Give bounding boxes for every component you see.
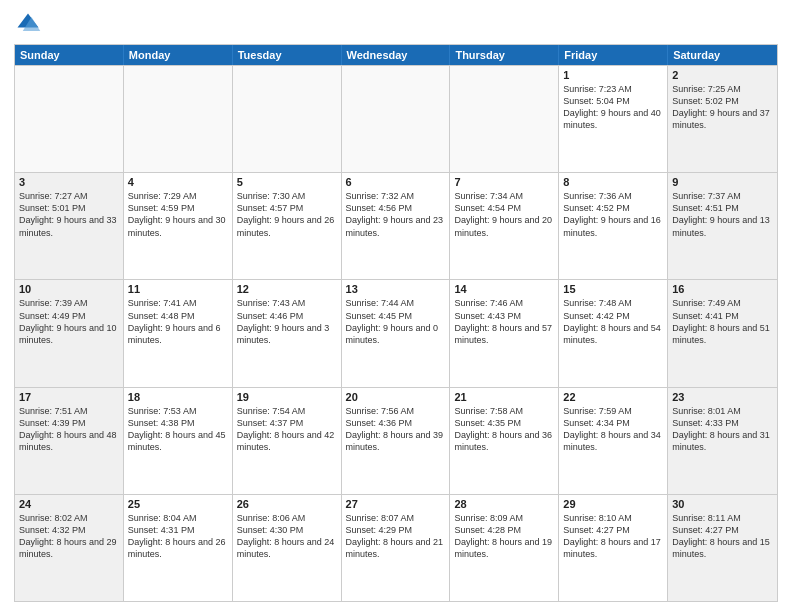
logo <box>14 10 46 38</box>
day-number: 28 <box>454 498 554 510</box>
day-info: Sunrise: 8:06 AM Sunset: 4:30 PM Dayligh… <box>237 512 337 561</box>
day-number: 21 <box>454 391 554 403</box>
empty-cell <box>124 66 233 172</box>
page: SundayMondayTuesdayWednesdayThursdayFrid… <box>0 0 792 612</box>
day-cell-13: 13Sunrise: 7:44 AM Sunset: 4:45 PM Dayli… <box>342 280 451 386</box>
day-cell-18: 18Sunrise: 7:53 AM Sunset: 4:38 PM Dayli… <box>124 388 233 494</box>
week-row-3: 10Sunrise: 7:39 AM Sunset: 4:49 PM Dayli… <box>15 279 777 386</box>
day-info: Sunrise: 7:41 AM Sunset: 4:48 PM Dayligh… <box>128 297 228 346</box>
calendar-body: 1Sunrise: 7:23 AM Sunset: 5:04 PM Daylig… <box>15 65 777 601</box>
day-cell-15: 15Sunrise: 7:48 AM Sunset: 4:42 PM Dayli… <box>559 280 668 386</box>
day-cell-4: 4Sunrise: 7:29 AM Sunset: 4:59 PM Daylig… <box>124 173 233 279</box>
day-number: 4 <box>128 176 228 188</box>
header-day-monday: Monday <box>124 45 233 65</box>
day-cell-12: 12Sunrise: 7:43 AM Sunset: 4:46 PM Dayli… <box>233 280 342 386</box>
day-number: 13 <box>346 283 446 295</box>
day-number: 30 <box>672 498 773 510</box>
day-number: 7 <box>454 176 554 188</box>
day-info: Sunrise: 8:04 AM Sunset: 4:31 PM Dayligh… <box>128 512 228 561</box>
day-number: 3 <box>19 176 119 188</box>
day-number: 27 <box>346 498 446 510</box>
day-cell-9: 9Sunrise: 7:37 AM Sunset: 4:51 PM Daylig… <box>668 173 777 279</box>
day-info: Sunrise: 8:10 AM Sunset: 4:27 PM Dayligh… <box>563 512 663 561</box>
empty-cell <box>15 66 124 172</box>
day-number: 26 <box>237 498 337 510</box>
day-info: Sunrise: 7:37 AM Sunset: 4:51 PM Dayligh… <box>672 190 773 239</box>
day-number: 19 <box>237 391 337 403</box>
day-number: 2 <box>672 69 773 81</box>
day-info: Sunrise: 8:07 AM Sunset: 4:29 PM Dayligh… <box>346 512 446 561</box>
day-number: 9 <box>672 176 773 188</box>
day-info: Sunrise: 7:44 AM Sunset: 4:45 PM Dayligh… <box>346 297 446 346</box>
day-info: Sunrise: 7:25 AM Sunset: 5:02 PM Dayligh… <box>672 83 773 132</box>
day-number: 6 <box>346 176 446 188</box>
day-cell-3: 3Sunrise: 7:27 AM Sunset: 5:01 PM Daylig… <box>15 173 124 279</box>
day-cell-6: 6Sunrise: 7:32 AM Sunset: 4:56 PM Daylig… <box>342 173 451 279</box>
day-cell-10: 10Sunrise: 7:39 AM Sunset: 4:49 PM Dayli… <box>15 280 124 386</box>
day-info: Sunrise: 7:51 AM Sunset: 4:39 PM Dayligh… <box>19 405 119 454</box>
day-cell-22: 22Sunrise: 7:59 AM Sunset: 4:34 PM Dayli… <box>559 388 668 494</box>
day-info: Sunrise: 7:32 AM Sunset: 4:56 PM Dayligh… <box>346 190 446 239</box>
day-info: Sunrise: 7:56 AM Sunset: 4:36 PM Dayligh… <box>346 405 446 454</box>
logo-icon <box>14 10 42 38</box>
day-number: 24 <box>19 498 119 510</box>
day-number: 10 <box>19 283 119 295</box>
header-day-saturday: Saturday <box>668 45 777 65</box>
day-cell-2: 2Sunrise: 7:25 AM Sunset: 5:02 PM Daylig… <box>668 66 777 172</box>
day-info: Sunrise: 8:02 AM Sunset: 4:32 PM Dayligh… <box>19 512 119 561</box>
day-info: Sunrise: 7:53 AM Sunset: 4:38 PM Dayligh… <box>128 405 228 454</box>
day-info: Sunrise: 7:46 AM Sunset: 4:43 PM Dayligh… <box>454 297 554 346</box>
day-cell-28: 28Sunrise: 8:09 AM Sunset: 4:28 PM Dayli… <box>450 495 559 601</box>
day-number: 22 <box>563 391 663 403</box>
day-cell-21: 21Sunrise: 7:58 AM Sunset: 4:35 PM Dayli… <box>450 388 559 494</box>
day-info: Sunrise: 8:09 AM Sunset: 4:28 PM Dayligh… <box>454 512 554 561</box>
header-day-sunday: Sunday <box>15 45 124 65</box>
day-number: 23 <box>672 391 773 403</box>
day-info: Sunrise: 7:43 AM Sunset: 4:46 PM Dayligh… <box>237 297 337 346</box>
header-day-tuesday: Tuesday <box>233 45 342 65</box>
day-info: Sunrise: 7:23 AM Sunset: 5:04 PM Dayligh… <box>563 83 663 132</box>
day-info: Sunrise: 7:36 AM Sunset: 4:52 PM Dayligh… <box>563 190 663 239</box>
day-number: 5 <box>237 176 337 188</box>
empty-cell <box>233 66 342 172</box>
day-cell-14: 14Sunrise: 7:46 AM Sunset: 4:43 PM Dayli… <box>450 280 559 386</box>
day-cell-27: 27Sunrise: 8:07 AM Sunset: 4:29 PM Dayli… <box>342 495 451 601</box>
day-number: 12 <box>237 283 337 295</box>
header-day-friday: Friday <box>559 45 668 65</box>
day-cell-30: 30Sunrise: 8:11 AM Sunset: 4:27 PM Dayli… <box>668 495 777 601</box>
day-info: Sunrise: 7:48 AM Sunset: 4:42 PM Dayligh… <box>563 297 663 346</box>
day-number: 20 <box>346 391 446 403</box>
day-number: 14 <box>454 283 554 295</box>
header <box>14 10 778 38</box>
day-cell-17: 17Sunrise: 7:51 AM Sunset: 4:39 PM Dayli… <box>15 388 124 494</box>
week-row-5: 24Sunrise: 8:02 AM Sunset: 4:32 PM Dayli… <box>15 494 777 601</box>
day-info: Sunrise: 7:54 AM Sunset: 4:37 PM Dayligh… <box>237 405 337 454</box>
day-info: Sunrise: 8:11 AM Sunset: 4:27 PM Dayligh… <box>672 512 773 561</box>
day-cell-25: 25Sunrise: 8:04 AM Sunset: 4:31 PM Dayli… <box>124 495 233 601</box>
day-number: 29 <box>563 498 663 510</box>
day-info: Sunrise: 7:34 AM Sunset: 4:54 PM Dayligh… <box>454 190 554 239</box>
week-row-4: 17Sunrise: 7:51 AM Sunset: 4:39 PM Dayli… <box>15 387 777 494</box>
day-info: Sunrise: 7:27 AM Sunset: 5:01 PM Dayligh… <box>19 190 119 239</box>
day-number: 25 <box>128 498 228 510</box>
day-cell-29: 29Sunrise: 8:10 AM Sunset: 4:27 PM Dayli… <box>559 495 668 601</box>
day-cell-1: 1Sunrise: 7:23 AM Sunset: 5:04 PM Daylig… <box>559 66 668 172</box>
day-cell-26: 26Sunrise: 8:06 AM Sunset: 4:30 PM Dayli… <box>233 495 342 601</box>
day-number: 18 <box>128 391 228 403</box>
day-cell-24: 24Sunrise: 8:02 AM Sunset: 4:32 PM Dayli… <box>15 495 124 601</box>
day-cell-11: 11Sunrise: 7:41 AM Sunset: 4:48 PM Dayli… <box>124 280 233 386</box>
day-cell-5: 5Sunrise: 7:30 AM Sunset: 4:57 PM Daylig… <box>233 173 342 279</box>
day-cell-20: 20Sunrise: 7:56 AM Sunset: 4:36 PM Dayli… <box>342 388 451 494</box>
week-row-2: 3Sunrise: 7:27 AM Sunset: 5:01 PM Daylig… <box>15 172 777 279</box>
day-info: Sunrise: 7:30 AM Sunset: 4:57 PM Dayligh… <box>237 190 337 239</box>
day-number: 16 <box>672 283 773 295</box>
day-number: 11 <box>128 283 228 295</box>
day-number: 1 <box>563 69 663 81</box>
day-cell-7: 7Sunrise: 7:34 AM Sunset: 4:54 PM Daylig… <box>450 173 559 279</box>
day-number: 17 <box>19 391 119 403</box>
day-info: Sunrise: 7:39 AM Sunset: 4:49 PM Dayligh… <box>19 297 119 346</box>
day-info: Sunrise: 7:58 AM Sunset: 4:35 PM Dayligh… <box>454 405 554 454</box>
day-cell-8: 8Sunrise: 7:36 AM Sunset: 4:52 PM Daylig… <box>559 173 668 279</box>
week-row-1: 1Sunrise: 7:23 AM Sunset: 5:04 PM Daylig… <box>15 65 777 172</box>
header-day-wednesday: Wednesday <box>342 45 451 65</box>
